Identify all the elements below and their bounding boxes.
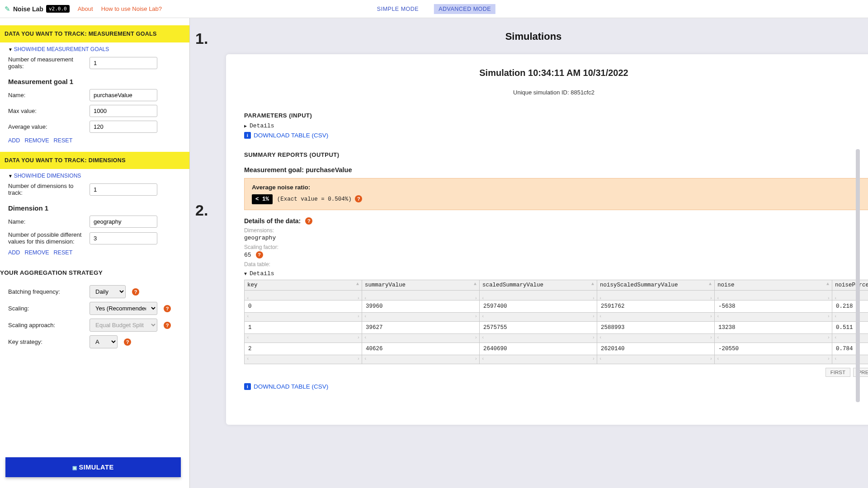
scaling-select[interactable]: Yes (Recommended) (90, 302, 157, 315)
toggle-measurement-goals[interactable]: SHOW/HIDE MEASUREMENT GOALS (8, 46, 181, 52)
topbar: ✎ Noise Lab v2.0.0 About How to use Nois… (0, 0, 868, 18)
cell-scaledSummaryValue: 2597400 (480, 300, 597, 313)
howto-link[interactable]: How to use Noise Lab? (101, 5, 162, 12)
cell-noisePercentage: 0.218 (832, 300, 868, 313)
cell-noise: -20550 (715, 343, 832, 355)
mg1-max-label: Max value: (8, 108, 85, 114)
batch-select[interactable]: Daily (90, 285, 126, 298)
params-label: PARAMETERS (INPUT) (244, 112, 863, 119)
details-data-label: Details of the data: ? (244, 217, 863, 225)
dim1-name-input[interactable] (90, 216, 157, 228)
cell-noisePercentage: 0.784 (832, 343, 868, 355)
table-spacer (245, 334, 868, 343)
simulate-button[interactable]: SIMULATE (5, 457, 181, 477)
download-info-icon: i (244, 383, 251, 390)
dims-label: Dimensions: (244, 227, 863, 234)
reset-dim[interactable]: RESET (54, 249, 73, 256)
noise-ratio-band: Average noise ratio: < 1% (Exact value =… (244, 178, 868, 210)
dim-actions: ADD REMOVE RESET (8, 249, 181, 256)
key-select[interactable]: A (90, 335, 118, 348)
add-dim[interactable]: ADD (8, 249, 20, 256)
dims-value: geography (244, 235, 863, 241)
dim1-count-label: Number of possible different values for … (8, 231, 85, 245)
dim1-title: Dimension 1 (8, 204, 181, 212)
th-noise[interactable]: noise▲ (715, 280, 832, 291)
pager: FIRST PREV (244, 368, 868, 377)
approach-label: Scaling approach: (8, 322, 85, 328)
cell-summaryValue: 39960 (362, 300, 480, 313)
pager-first[interactable]: FIRST (826, 368, 850, 377)
sort-icon: ▲ (356, 282, 359, 286)
cell-noisyScaledSummaryValue: 2620140 (597, 343, 715, 355)
add-goal[interactable]: ADD (8, 137, 20, 144)
key-label: Key strategy: (8, 338, 85, 345)
th-scaled[interactable]: scaledSummaryValue▲ (480, 280, 597, 291)
cell-noise: 13238 (715, 322, 832, 334)
th-key[interactable]: key▲ (245, 280, 362, 291)
cell-scaledSummaryValue: 2575755 (480, 322, 597, 334)
download-info-icon: i (244, 132, 251, 139)
sort-icon: ▲ (474, 282, 476, 286)
sim-id: Unique simulation ID: 8851cfc2 (244, 89, 863, 96)
table-row: 24062626406902620140-205500.784 (245, 343, 868, 355)
cell-noisyScaledSummaryValue: 2591762 (597, 300, 715, 313)
mg-heading: Measurement goal: purchaseValue (244, 166, 863, 174)
sidebar: DATA YOU WANT TO TRACK: MEASUREMENT GOAL… (0, 18, 190, 488)
reset-goal[interactable]: RESET (54, 137, 73, 144)
th-noisy[interactable]: noisyScaledSummaryValue▲ (597, 280, 715, 291)
table-spacer (245, 313, 868, 322)
cell-key: 1 (245, 322, 362, 334)
toggle-dimensions[interactable]: SHOW/HIDE DIMENSIONS (8, 173, 181, 179)
help-icon[interactable]: ? (256, 251, 263, 258)
dim1-name-label: Name: (8, 218, 85, 225)
help-icon[interactable]: ? (132, 288, 139, 296)
help-icon[interactable]: ? (164, 305, 171, 312)
th-summary[interactable]: summaryValue▲ (362, 280, 480, 291)
cell-summaryValue: 40626 (362, 343, 480, 355)
advanced-mode[interactable]: ADVANCED MODE (434, 4, 495, 14)
cell-noisePercentage: 0.511 (832, 322, 868, 334)
mg1-name-input[interactable] (90, 89, 157, 101)
noise-ratio-label: Average noise ratio: (252, 184, 868, 191)
noise-ratio-chip: < 1% (252, 194, 273, 204)
datatable-details-toggle[interactable]: Details (244, 270, 863, 277)
scrollbar[interactable] (856, 149, 860, 402)
table-footer-spacer (245, 355, 868, 364)
mode-switch: SIMPLE MODE ADVANCED MODE (373, 4, 495, 14)
noise-exact: (Exact value = 0.504%) (277, 196, 352, 202)
sort-icon: ▲ (709, 282, 712, 286)
simple-mode[interactable]: SIMPLE MODE (373, 4, 423, 14)
sf-label: Scaling factor: (244, 244, 863, 250)
help-icon[interactable]: ? (124, 338, 131, 346)
download-params[interactable]: i DOWNLOAD TABLE (CSV) (244, 132, 863, 139)
help-icon[interactable]: ? (305, 217, 312, 225)
cell-scaledSummaryValue: 2640690 (480, 343, 597, 355)
dt-label: Data table: (244, 261, 863, 267)
cell-summaryValue: 39627 (362, 322, 480, 334)
mg1-title: Measurement goal 1 (8, 78, 181, 85)
th-noisepct[interactable]: noisePercentag (832, 280, 868, 291)
remove-goal[interactable]: REMOVE (24, 137, 49, 144)
table-row: 03996025974002591762-56380.218 (245, 300, 868, 313)
page-title: Simulations (199, 31, 868, 42)
section-measurement-goals: DATA YOU WANT TO TRACK: MEASUREMENT GOAL… (0, 25, 189, 42)
remove-dim[interactable]: REMOVE (24, 249, 49, 256)
dim1-count-input[interactable] (90, 232, 157, 244)
help-icon[interactable]: ? (164, 322, 171, 329)
about-link[interactable]: About (78, 5, 93, 12)
help-icon[interactable]: ? (355, 195, 362, 202)
mg1-max-input[interactable] (90, 105, 157, 117)
params-details-toggle[interactable]: Details (244, 122, 863, 129)
num-goals-input[interactable] (90, 57, 157, 69)
download-data[interactable]: i DOWNLOAD TABLE (CSV) (244, 383, 863, 390)
sim-title: Simulation 10:34:11 AM 10/31/2022 (244, 68, 863, 78)
approach-select[interactable]: Equal Budget Split (90, 319, 157, 332)
mg1-avg-input[interactable] (90, 121, 157, 133)
sort-icon: ▲ (826, 282, 829, 286)
mg1-name-label: Name: (8, 92, 85, 99)
cell-noise: -5638 (715, 300, 832, 313)
batch-label: Batching frequency: (8, 288, 85, 295)
pager-prev[interactable]: PREV (853, 368, 868, 377)
num-dims-input[interactable] (90, 183, 157, 196)
main: Simulations Simulation 10:34:11 AM 10/31… (199, 18, 868, 488)
